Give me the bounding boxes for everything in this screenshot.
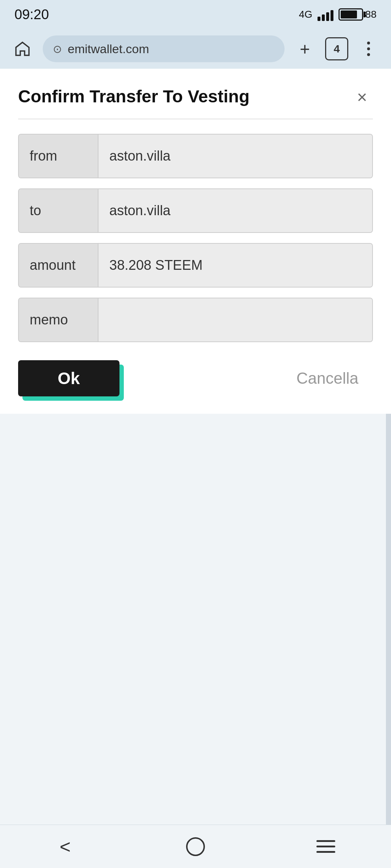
memo-label: memo (19, 298, 98, 341)
url-text: emitwallet.com (68, 42, 149, 56)
status-bar: 09:20 4G 88 (0, 0, 391, 29)
signal-bars-icon (318, 8, 333, 21)
menu-dot-3 (367, 53, 370, 56)
menu-button[interactable] (308, 832, 344, 861)
address-icon: ⊙ (53, 43, 62, 55)
battery-icon: 88 (339, 8, 377, 21)
memo-value (98, 298, 372, 341)
from-value: aston.villa (98, 135, 372, 178)
status-time: 09:20 (14, 7, 49, 22)
home-button[interactable] (177, 832, 214, 861)
ok-button[interactable]: Ok (18, 360, 119, 396)
add-tab-button[interactable]: + (293, 37, 316, 60)
dialog-header: Confirm Transfer To Vesting × (18, 86, 373, 108)
from-label: from (19, 135, 98, 178)
address-bar[interactable]: ⊙ emitwallet.com (43, 35, 285, 62)
from-field: from aston.villa (18, 134, 373, 178)
amount-value: 38.208 STEEM (98, 244, 372, 287)
tabs-button[interactable]: 4 (325, 37, 348, 60)
browser-bar: ⊙ emitwallet.com + 4 (0, 29, 391, 69)
buttons-row: Ok Cancella (18, 360, 373, 396)
cancel-button[interactable]: Cancella (282, 362, 373, 395)
ok-button-wrapper: Ok (18, 360, 119, 396)
home-nav-icon (186, 837, 205, 856)
menu-lines-icon (316, 840, 335, 853)
close-button[interactable]: × (351, 86, 373, 108)
to-label: to (19, 189, 98, 232)
dialog-content: Confirm Transfer To Vesting × from aston… (0, 69, 391, 414)
network-label: 4G (299, 9, 312, 20)
to-value: aston.villa (98, 189, 372, 232)
browser-menu-button[interactable] (357, 37, 380, 60)
bottom-nav: < (0, 825, 391, 868)
back-button[interactable]: < (47, 832, 83, 861)
home-icon (14, 40, 31, 58)
status-icons: 4G 88 (299, 8, 377, 21)
battery-percent: 88 (365, 9, 377, 20)
back-icon: < (60, 836, 71, 858)
amount-label: amount (19, 244, 98, 287)
memo-field: memo (18, 298, 373, 342)
browser-home-button[interactable] (11, 37, 34, 60)
to-field: to aston.villa (18, 188, 373, 233)
dialog-title: Confirm Transfer To Vesting (18, 86, 249, 107)
menu-dot-1 (367, 42, 370, 44)
amount-field: amount 38.208 STEEM (18, 243, 373, 288)
divider (18, 119, 373, 119)
menu-dot-2 (367, 47, 370, 50)
